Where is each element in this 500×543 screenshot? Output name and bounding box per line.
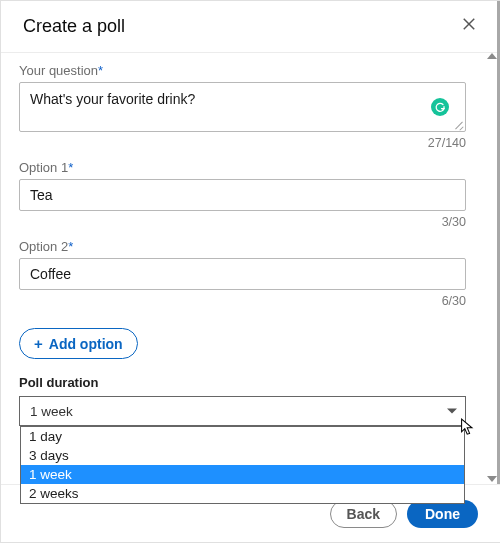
grammarly-icon[interactable]: [431, 98, 449, 116]
option1-counter: 3/30: [19, 215, 466, 229]
plus-icon: +: [34, 335, 43, 352]
duration-option-1week[interactable]: 1 week: [21, 465, 464, 484]
close-icon[interactable]: [460, 15, 478, 38]
scroll-down-icon[interactable]: [487, 476, 497, 482]
duration-option-2weeks[interactable]: 2 weeks: [21, 484, 464, 503]
duration-selected-value: 1 week: [30, 404, 73, 419]
option1-label: Option 1*: [19, 160, 466, 175]
duration-label: Poll duration: [19, 375, 466, 390]
option1-input[interactable]: [20, 180, 465, 210]
add-option-label: Add option: [49, 336, 123, 352]
scrollbar[interactable]: [488, 51, 496, 484]
chevron-down-icon: [447, 409, 457, 414]
duration-option-1day[interactable]: 1 day: [21, 427, 464, 446]
question-counter: 27/140: [19, 136, 466, 150]
duration-select[interactable]: 1 week 1 day 3 days 1 week 2 weeks: [19, 396, 466, 426]
page-title: Create a poll: [23, 16, 125, 37]
add-option-button[interactable]: + Add option: [19, 328, 138, 359]
question-label: Your question*: [19, 63, 466, 78]
option1-input-wrap[interactable]: [19, 179, 466, 211]
duration-dropdown[interactable]: 1 day 3 days 1 week 2 weeks: [20, 426, 465, 504]
question-input-wrap[interactable]: What's your favorite drink?: [19, 82, 466, 132]
question-input[interactable]: What's your favorite drink?: [20, 83, 465, 131]
option2-counter: 6/30: [19, 294, 466, 308]
duration-option-3days[interactable]: 3 days: [21, 446, 464, 465]
option2-input[interactable]: [20, 259, 465, 289]
option2-input-wrap[interactable]: [19, 258, 466, 290]
scroll-up-icon[interactable]: [487, 53, 497, 59]
option2-label: Option 2*: [19, 239, 466, 254]
